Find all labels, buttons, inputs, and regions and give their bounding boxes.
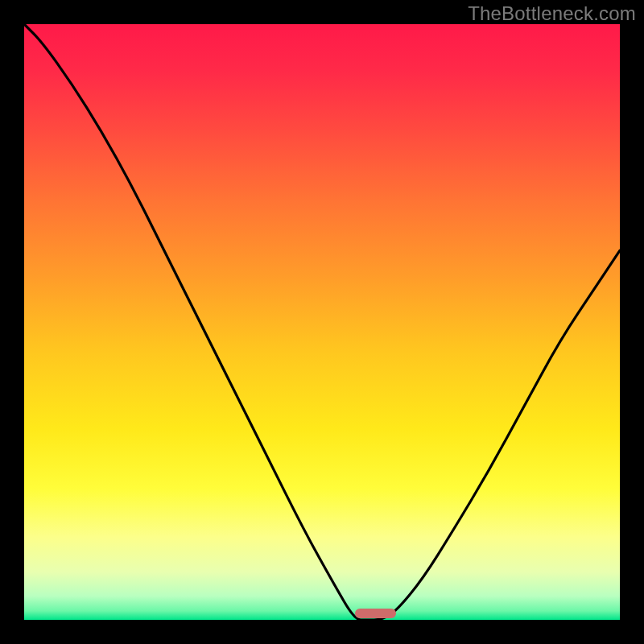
bottleneck-curve xyxy=(24,24,620,620)
watermark-text: TheBottleneck.com xyxy=(468,2,636,25)
chart-frame: TheBottleneck.com xyxy=(0,0,644,644)
optimal-marker xyxy=(355,609,397,618)
plot-area xyxy=(24,24,620,620)
